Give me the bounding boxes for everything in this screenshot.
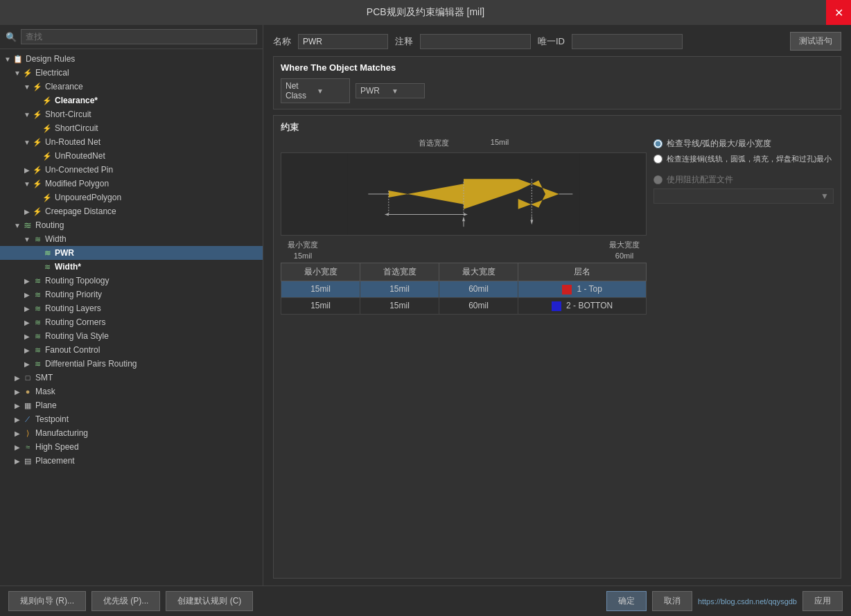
row2-pref: 15mil: [360, 297, 439, 314]
tree-item-routing[interactable]: ▼ ≋ Routing: [0, 218, 263, 232]
radio-input-1[interactable]: [653, 139, 663, 148]
constraints-title: 约束: [281, 121, 834, 134]
rules-wizard-button[interactable]: 规则向导 (R)...: [8, 591, 86, 611]
tree-item-routing-layers[interactable]: ▶ ≋ Routing Layers: [0, 301, 263, 315]
tree-item-routing-topology[interactable]: ▶ ≋ Routing Topology: [0, 274, 263, 288]
where-row: Net Class ▼ PWR ▼: [281, 78, 834, 103]
tree-item-placement[interactable]: ▶ ▤ Placement: [0, 454, 263, 468]
width-viz-area: 首选宽度 15mil: [281, 138, 647, 572]
tree-item-unpoured-polygon[interactable]: ⚡ UnpouredPolygon: [0, 191, 263, 204]
expand-icon: ▶: [22, 208, 32, 215]
radio-label-1: 检查导线/弧的最大/最小宽度: [667, 138, 771, 150]
bottom-footer: 规则向导 (R)... 优先级 (P)... 创建默认规则 (C) 确定 取消 …: [0, 586, 851, 616]
radio-input-3[interactable]: [653, 175, 663, 184]
tree-item-mask[interactable]: ▶ ● Mask: [0, 385, 263, 398]
comment-input[interactable]: [420, 34, 531, 49]
tree-item-routing-priority[interactable]: ▶ ≋ Routing Priority: [0, 288, 263, 301]
width-canvas: [281, 152, 647, 236]
close-button[interactable]: ✕: [826, 0, 851, 25]
impedance-dropdown[interactable]: ▼: [653, 188, 834, 204]
tree-container: ▼ 📋 Design Rules ▼ ⚡ Electrical ▼ ⚡ Clea…: [0, 49, 263, 586]
highspeed-icon: ≈: [22, 441, 33, 452]
row2-layer: 2 - BOTTON: [518, 297, 647, 314]
expand-icon: ▶: [12, 457, 22, 465]
ok-button[interactable]: 确定: [606, 591, 647, 611]
pwr-icon: ≋: [42, 247, 53, 258]
table-row[interactable]: 15mil 15mil 60mil 2 - BOTTON: [281, 297, 647, 314]
tree-item-shortcircuit-item[interactable]: ⚡ ShortCircuit: [0, 121, 263, 135]
min-width-value: 15mil: [294, 252, 312, 260]
row1-max: 60mil: [439, 281, 518, 298]
expand-icon: ▶: [12, 402, 22, 410]
tree-item-smt[interactable]: ▶ □ SMT: [0, 371, 263, 385]
tree-item-unroutednet[interactable]: ⚡ UnRoutedNet: [0, 149, 263, 163]
tree-label: Clearance: [45, 82, 83, 91]
unique-id-label: 唯一ID: [538, 35, 565, 48]
pwr-value: PWR: [360, 86, 389, 96]
expand-icon: ▶: [12, 430, 22, 437]
fanout-icon: ≋: [32, 344, 43, 355]
pwr-dropdown[interactable]: PWR ▼: [356, 83, 425, 98]
expand-icon: ▶: [22, 319, 32, 326]
tree-item-clearance-item[interactable]: ⚡ Clearance*: [0, 94, 263, 107]
expand-icon: ▼: [12, 222, 22, 229]
tree-label: Design Rules: [26, 54, 75, 64]
radio-label-3: 使用阻抗配置文件: [667, 174, 733, 186]
left-panel: 🔍 ▼ 📋 Design Rules ▼ ⚡ Electrical ▼: [0, 25, 263, 586]
tree-item-high-speed[interactable]: ▶ ≈ High Speed: [0, 440, 263, 454]
tree-label: Modified Polygon: [45, 179, 109, 188]
tree-item-creepage[interactable]: ▶ ⚡ Creepage Distance: [0, 204, 263, 218]
test-button[interactable]: 测试语句: [790, 32, 841, 51]
tree-item-manufacturing[interactable]: ▶ ⟩ Manufacturing: [0, 426, 263, 440]
tree-label: Routing Topology: [45, 276, 109, 285]
tree-label: Width: [45, 234, 67, 244]
routing-icon: ≋: [22, 220, 33, 231]
tree-item-unrouted-net[interactable]: ▼ ⚡ Un-Routed Net: [0, 135, 263, 149]
tree-label: Routing Via Style: [45, 331, 109, 341]
tree-item-width-item[interactable]: ≋ Width*: [0, 260, 263, 274]
create-default-button[interactable]: 创建默认规则 (C): [166, 591, 253, 611]
tree-label: Testpoint: [35, 414, 69, 424]
table-row[interactable]: 15mil 15mil 60mil 1 - Top: [281, 281, 647, 298]
tree-item-pwr[interactable]: ≋ PWR: [0, 246, 263, 260]
tree-label: Routing Priority: [45, 290, 102, 299]
pref-width-top-label: 首选宽度: [419, 138, 449, 148]
netclass-dropdown[interactable]: Net Class ▼: [281, 78, 350, 103]
expand-icon: ▶: [22, 305, 32, 313]
tree-item-routing-via-style[interactable]: ▶ ≋ Routing Via Style: [0, 329, 263, 343]
unique-id-input[interactable]: [572, 34, 683, 49]
name-input[interactable]: [298, 34, 388, 49]
layers-icon: ≋: [32, 303, 43, 314]
radio-input-2[interactable]: [653, 155, 663, 164]
tree-item-unconnected-pin[interactable]: ▶ ⚡ Un-Connected Pin: [0, 163, 263, 177]
tree-item-diff-pairs[interactable]: ▶ ≋ Differential Pairs Routing: [0, 357, 263, 371]
radio-option-2[interactable]: 检查连接铜(线轨，圆弧，填充，焊盘和过孔)最小: [653, 154, 834, 164]
tree-item-electrical[interactable]: ▼ ⚡ Electrical: [0, 66, 263, 80]
via-style-icon: ≋: [32, 331, 43, 342]
tree-item-fanout-control[interactable]: ▶ ≋ Fanout Control: [0, 343, 263, 357]
radio-option-1[interactable]: 检查导线/弧的最大/最小宽度: [653, 138, 834, 150]
clearance-icon: ⚡: [32, 81, 43, 92]
where-section: Where The Object Matches Net Class ▼ PWR…: [273, 56, 841, 109]
cancel-button[interactable]: 取消: [652, 591, 692, 611]
tree-item-short-circuit[interactable]: ▼ ⚡ Short-Circuit: [0, 107, 263, 121]
apply-button[interactable]: 应用: [802, 591, 843, 611]
tree-item-plane[interactable]: ▶ ▦ Plane: [0, 398, 263, 412]
shortcircuit-icon: ⚡: [42, 123, 53, 134]
diff-pairs-icon: ≋: [32, 358, 43, 369]
tree-item-testpoint[interactable]: ▶ ∕ Testpoint: [0, 412, 263, 426]
plane-icon: ▦: [22, 400, 33, 411]
mask-icon: ●: [22, 386, 33, 397]
layer1-color: [562, 285, 572, 294]
radio-option-3[interactable]: 使用阻抗配置文件: [653, 174, 834, 186]
tree-item-modified-polygon[interactable]: ▼ ⚡ Modified Polygon: [0, 177, 263, 191]
tree-item-width-group[interactable]: ▼ ≋ Width: [0, 232, 263, 246]
tree-item-clearance-group[interactable]: ▼ ⚡ Clearance: [0, 80, 263, 94]
search-input[interactable]: [21, 29, 257, 44]
name-row: 名称 注释 唯一ID 测试语句: [273, 32, 841, 51]
tree-item-routing-corners[interactable]: ▶ ≋ Routing Corners: [0, 315, 263, 329]
priority-button[interactable]: 优先级 (P)...: [91, 591, 160, 611]
tree-label: Electrical: [35, 68, 69, 78]
tree-item-design-rules[interactable]: ▼ 📋 Design Rules: [0, 52, 263, 66]
col-min-width: 最小宽度: [281, 263, 360, 281]
